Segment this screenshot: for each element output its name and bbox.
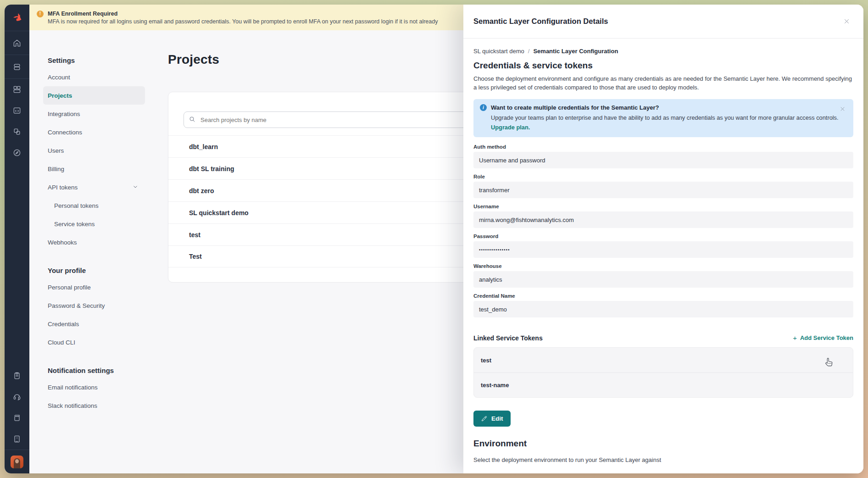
sidebar-item-api-tokens[interactable]: API tokens bbox=[43, 178, 145, 196]
field-password: Password ••••••••••••••• bbox=[473, 233, 853, 258]
breadcrumb-project[interactable]: SL quickstart demo bbox=[473, 48, 524, 55]
sidebar-item-account[interactable]: Account bbox=[43, 68, 145, 86]
sidebar-item-projects[interactable]: Projects bbox=[43, 86, 145, 105]
add-service-token-button[interactable]: + Add Service Token bbox=[793, 334, 853, 342]
auth-method-input[interactable]: Username and password bbox=[473, 152, 853, 168]
environment-section-title: Environment bbox=[473, 439, 853, 449]
close-icon bbox=[839, 106, 846, 112]
user-avatar bbox=[11, 456, 23, 468]
token-row[interactable]: test-name bbox=[474, 372, 853, 397]
token-row[interactable]: test bbox=[474, 348, 853, 372]
info-icon: i bbox=[480, 104, 487, 111]
rail-clipboard-button[interactable] bbox=[5, 365, 29, 386]
sidebar-item-personal-tokens[interactable]: Personal tokens bbox=[43, 196, 145, 215]
clipboard-icon bbox=[12, 371, 22, 380]
field-label: Password bbox=[473, 233, 853, 239]
field-auth-method: Auth method Username and password bbox=[473, 144, 853, 168]
rail-home-button[interactable] bbox=[5, 31, 29, 55]
avatar-cell[interactable] bbox=[5, 450, 29, 473]
warning-icon: ! bbox=[37, 11, 44, 17]
panel-header: Semantic Layer Configuration Details bbox=[463, 5, 863, 39]
icon-rail bbox=[5, 5, 29, 473]
field-warehouse: Warehouse analytics bbox=[473, 263, 853, 288]
field-label: Warehouse bbox=[473, 263, 853, 269]
rail-deploy-button[interactable] bbox=[5, 55, 29, 79]
building-icon bbox=[12, 434, 22, 444]
sidebar-item-password-security[interactable]: Password & Security bbox=[43, 296, 145, 315]
dashboard-icon bbox=[12, 85, 22, 94]
deploy-icon bbox=[12, 62, 22, 72]
field-label: Username bbox=[473, 204, 853, 209]
warehouse-input[interactable]: analytics bbox=[473, 271, 853, 288]
panel-body: SL quickstart demo / Semantic Layer Conf… bbox=[463, 39, 863, 463]
edit-button-label: Edit bbox=[491, 415, 503, 422]
panel-close-button[interactable] bbox=[841, 16, 852, 27]
breadcrumb-separator: / bbox=[528, 48, 530, 55]
role-input[interactable]: transformer bbox=[473, 182, 853, 198]
sidebar-item-slack-notifications[interactable]: Slack notifications bbox=[43, 396, 145, 415]
plus-icon: + bbox=[793, 334, 797, 342]
linked-tokens-list: test test-name bbox=[473, 347, 853, 398]
field-credential-name: Credential Name test_demo bbox=[473, 293, 853, 317]
profile-nav-title: Your profile bbox=[43, 262, 157, 278]
rail-docs-button[interactable] bbox=[5, 407, 29, 428]
breadcrumb: SL quickstart demo / Semantic Layer Conf… bbox=[473, 48, 853, 55]
search-input[interactable] bbox=[184, 111, 503, 128]
sidebar-item-email-notifications[interactable]: Email notifications bbox=[43, 378, 145, 396]
mfa-banner-title: MFA Enrollment Required bbox=[48, 11, 117, 17]
pencil-icon bbox=[481, 415, 488, 422]
field-label: Role bbox=[473, 174, 853, 179]
rail-changelog-button[interactable] bbox=[5, 428, 29, 450]
upgrade-info-banner: i Want to create multiple credentials fo… bbox=[473, 99, 853, 138]
sidebar-item-credentials[interactable]: Credentials bbox=[43, 315, 145, 333]
settings-nav: Settings Account Projects Integrations C… bbox=[43, 52, 157, 473]
sidebar-item-billing[interactable]: Billing bbox=[43, 160, 145, 178]
semantic-layer-panel: Semantic Layer Configuration Details SL … bbox=[463, 5, 863, 473]
environment-section-description: Select the deployment environment to run… bbox=[473, 456, 853, 463]
sidebar-item-cloud-cli[interactable]: Cloud CLI bbox=[43, 333, 145, 351]
dbt-logo[interactable] bbox=[5, 5, 29, 31]
sidebar-item-users[interactable]: Users bbox=[43, 141, 145, 160]
breadcrumb-current: Semantic Layer Configuration bbox=[533, 48, 618, 55]
sidebar-item-service-tokens[interactable]: Service tokens bbox=[43, 215, 145, 233]
sidebar-item-webhooks[interactable]: Webhooks bbox=[43, 233, 145, 251]
add-service-token-label: Add Service Token bbox=[800, 334, 853, 341]
rail-spacer bbox=[5, 163, 29, 365]
rail-environments-button[interactable] bbox=[5, 121, 29, 142]
field-username: Username mirna.wong@fishtownanalytics.co… bbox=[473, 204, 853, 228]
home-icon bbox=[12, 39, 22, 48]
notifications-nav-title: Notification settings bbox=[43, 362, 157, 378]
sidebar-item-integrations[interactable]: Integrations bbox=[43, 105, 145, 123]
info-banner-title: Want to create multiple credentials for … bbox=[491, 104, 659, 111]
info-banner-close-button[interactable] bbox=[837, 104, 848, 114]
credentials-section-title: Credentials & service tokens bbox=[473, 61, 853, 71]
environments-icon bbox=[12, 127, 22, 136]
rail-explore-button[interactable] bbox=[5, 142, 29, 163]
credential-name-input[interactable]: test_demo bbox=[473, 301, 853, 317]
search-icon bbox=[189, 116, 196, 125]
credentials-section-description: Choose the deployment environment and co… bbox=[473, 75, 853, 92]
username-input[interactable]: mirna.wong@fishtownanalytics.com bbox=[473, 211, 853, 228]
headset-icon bbox=[12, 392, 22, 401]
field-label: Auth method bbox=[473, 144, 853, 150]
rail-dashboard-button[interactable] bbox=[5, 79, 29, 100]
info-banner-body: Upgrade your teams plan to enterprise an… bbox=[491, 114, 847, 122]
password-input[interactable]: ••••••••••••••• bbox=[473, 241, 853, 258]
field-label: Credential Name bbox=[473, 293, 853, 299]
docs-icon bbox=[12, 413, 22, 422]
linked-tokens-title: Linked Service Tokens bbox=[473, 334, 543, 342]
chevron-down-icon bbox=[132, 183, 139, 191]
settings-nav-title: Settings bbox=[43, 52, 157, 68]
panel-title: Semantic Layer Configuration Details bbox=[473, 17, 608, 26]
rail-support-button[interactable] bbox=[5, 386, 29, 407]
upgrade-plan-link[interactable]: Upgrade plan. bbox=[491, 124, 530, 131]
app-window: ! MFA Enrollment Required MFA is now req… bbox=[5, 5, 863, 473]
linked-tokens-header: Linked Service Tokens + Add Service Toke… bbox=[473, 334, 853, 342]
field-role: Role transformer bbox=[473, 174, 853, 198]
edit-button[interactable]: Edit bbox=[473, 411, 511, 427]
sidebar-item-personal-profile[interactable]: Personal profile bbox=[43, 278, 145, 296]
rail-develop-button[interactable] bbox=[5, 100, 29, 121]
close-icon bbox=[843, 17, 851, 25]
api-tokens-label: API tokens bbox=[48, 184, 78, 191]
sidebar-item-connections[interactable]: Connections bbox=[43, 123, 145, 141]
